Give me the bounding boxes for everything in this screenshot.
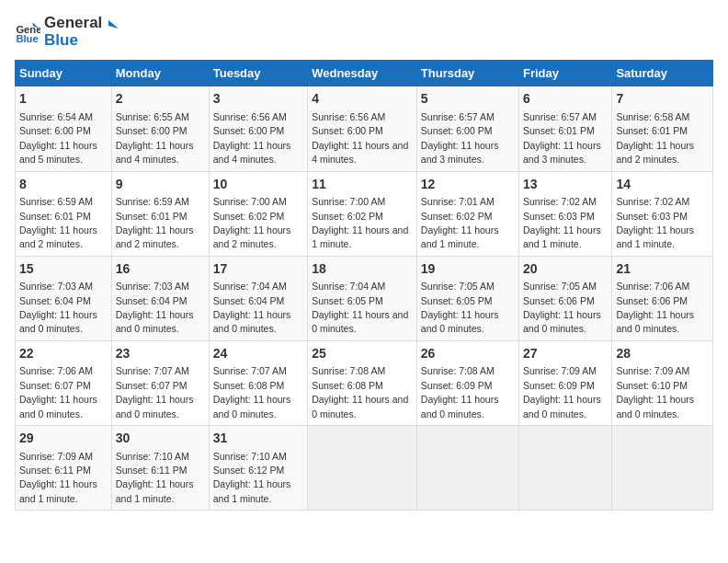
day-number: 27 <box>523 345 608 363</box>
sunrise-text: Sunrise: 7:04 AM <box>312 281 385 292</box>
sunset-text: Sunset: 6:08 PM <box>213 380 285 391</box>
sunrise-text: Sunrise: 6:58 AM <box>616 111 689 122</box>
logo-icon: General Blue <box>15 19 40 45</box>
sunset-text: Sunset: 6:01 PM <box>523 125 595 136</box>
daylight-text: Daylight: 11 hours and 2 minutes. <box>19 224 97 249</box>
daylight-text: Daylight: 11 hours and 1 minute. <box>116 478 194 503</box>
calendar-cell: 4Sunrise: 6:56 AMSunset: 6:00 PMDaylight… <box>308 86 417 171</box>
daylight-text: Daylight: 11 hours and 0 minutes. <box>421 309 499 334</box>
sunrise-text: Sunrise: 7:09 AM <box>523 365 597 376</box>
sunset-text: Sunset: 6:00 PM <box>19 125 91 136</box>
calendar-cell: 3Sunrise: 6:56 AMSunset: 6:00 PMDaylight… <box>209 86 307 171</box>
day-number: 25 <box>312 345 413 363</box>
calendar-cell <box>612 426 713 511</box>
day-number: 2 <box>116 90 205 109</box>
day-number: 18 <box>312 260 413 279</box>
calendar-cell: 10Sunrise: 7:00 AMSunset: 6:02 PMDayligh… <box>209 171 307 256</box>
sunset-text: Sunset: 6:00 PM <box>116 125 188 136</box>
calendar-week-row: 8Sunrise: 6:59 AMSunset: 6:01 PMDaylight… <box>16 171 713 256</box>
daylight-text: Daylight: 11 hours and 2 minutes. <box>213 224 291 249</box>
sunrise-text: Sunrise: 7:03 AM <box>19 281 93 292</box>
day-number: 8 <box>19 176 108 194</box>
calendar-week-row: 1Sunrise: 6:54 AMSunset: 6:00 PMDaylight… <box>16 86 713 171</box>
calendar-cell: 24Sunrise: 7:07 AMSunset: 6:08 PMDayligh… <box>209 340 307 425</box>
daylight-text: Daylight: 11 hours and 2 minutes. <box>116 224 194 249</box>
sunrise-text: Sunrise: 7:08 AM <box>421 365 495 376</box>
day-number: 1 <box>19 90 108 109</box>
daylight-text: Daylight: 11 hours and 0 minutes. <box>421 394 499 419</box>
calendar-cell: 29Sunrise: 7:09 AMSunset: 6:11 PMDayligh… <box>16 426 112 511</box>
daylight-text: Daylight: 11 hours and 4 minutes. <box>312 140 408 165</box>
day-number: 7 <box>616 90 709 109</box>
calendar-cell: 14Sunrise: 7:02 AMSunset: 6:03 PMDayligh… <box>612 171 713 256</box>
daylight-text: Daylight: 11 hours and 1 minute. <box>213 478 291 503</box>
sunrise-text: Sunrise: 7:01 AM <box>421 196 495 207</box>
svg-text:Blue: Blue <box>16 33 38 44</box>
sunset-text: Sunset: 6:04 PM <box>213 295 285 306</box>
daylight-text: Daylight: 11 hours and 0 minutes. <box>213 394 291 419</box>
daylight-text: Daylight: 11 hours and 0 minutes. <box>616 394 694 419</box>
day-number: 31 <box>213 430 303 448</box>
day-number: 12 <box>421 176 515 194</box>
daylight-text: Daylight: 11 hours and 0 minutes. <box>213 309 291 334</box>
daylight-text: Daylight: 11 hours and 0 minutes. <box>116 394 194 419</box>
calendar-cell: 13Sunrise: 7:02 AMSunset: 6:03 PMDayligh… <box>519 171 612 256</box>
calendar-cell: 25Sunrise: 7:08 AMSunset: 6:08 PMDayligh… <box>308 340 417 425</box>
calendar-week-row: 22Sunrise: 7:06 AMSunset: 6:07 PMDayligh… <box>16 340 713 425</box>
sunrise-text: Sunrise: 7:06 AM <box>616 281 689 292</box>
calendar-cell: 11Sunrise: 7:00 AMSunset: 6:02 PMDayligh… <box>308 171 417 256</box>
sunrise-text: Sunrise: 7:09 AM <box>19 451 93 462</box>
calendar-week-row: 29Sunrise: 7:09 AMSunset: 6:11 PMDayligh… <box>16 426 713 511</box>
sunset-text: Sunset: 6:12 PM <box>213 465 285 476</box>
day-number: 29 <box>19 430 108 448</box>
calendar-cell: 7Sunrise: 6:58 AMSunset: 6:01 PMDaylight… <box>612 86 713 171</box>
sunrise-text: Sunrise: 6:56 AM <box>312 111 385 122</box>
sunrise-text: Sunrise: 7:07 AM <box>116 365 189 376</box>
weekday-header: Wednesday <box>308 61 417 86</box>
sunset-text: Sunset: 6:11 PM <box>19 465 91 476</box>
day-number: 17 <box>213 260 303 279</box>
sunrise-text: Sunrise: 6:57 AM <box>421 111 495 122</box>
day-number: 6 <box>523 90 608 109</box>
sunrise-text: Sunrise: 6:54 AM <box>19 111 93 122</box>
calendar-cell <box>519 426 612 511</box>
daylight-text: Daylight: 11 hours and 0 minutes. <box>312 309 408 334</box>
calendar-cell: 8Sunrise: 6:59 AMSunset: 6:01 PMDaylight… <box>16 171 112 256</box>
sunset-text: Sunset: 6:05 PM <box>312 295 383 306</box>
calendar-cell: 31Sunrise: 7:10 AMSunset: 6:12 PMDayligh… <box>209 426 307 511</box>
calendar-cell: 23Sunrise: 7:07 AMSunset: 6:07 PMDayligh… <box>111 340 209 425</box>
sunrise-text: Sunrise: 7:07 AM <box>213 365 287 376</box>
calendar-header-row: SundayMondayTuesdayWednesdayThursdayFrid… <box>16 61 713 86</box>
calendar-cell: 1Sunrise: 6:54 AMSunset: 6:00 PMDaylight… <box>16 86 112 171</box>
sunset-text: Sunset: 6:02 PM <box>421 211 493 222</box>
daylight-text: Daylight: 11 hours and 4 minutes. <box>213 140 291 165</box>
sunset-text: Sunset: 6:01 PM <box>19 211 91 222</box>
sunset-text: Sunset: 6:08 PM <box>312 380 383 391</box>
calendar-cell: 18Sunrise: 7:04 AMSunset: 6:05 PMDayligh… <box>308 256 417 340</box>
daylight-text: Daylight: 11 hours and 0 minutes. <box>523 394 601 419</box>
day-number: 3 <box>213 90 303 109</box>
daylight-text: Daylight: 11 hours and 1 minute. <box>616 224 694 249</box>
weekday-header: Saturday <box>612 61 713 86</box>
calendar-cell: 22Sunrise: 7:06 AMSunset: 6:07 PMDayligh… <box>16 340 112 425</box>
sunset-text: Sunset: 6:02 PM <box>312 211 383 222</box>
day-number: 14 <box>616 176 709 194</box>
sunrise-text: Sunrise: 6:57 AM <box>523 111 597 122</box>
sunrise-text: Sunrise: 6:59 AM <box>116 196 189 207</box>
calendar-cell: 20Sunrise: 7:05 AMSunset: 6:06 PMDayligh… <box>519 256 612 340</box>
daylight-text: Daylight: 11 hours and 0 minutes. <box>19 309 97 334</box>
daylight-text: Daylight: 11 hours and 1 minute. <box>19 478 97 503</box>
calendar-cell: 9Sunrise: 6:59 AMSunset: 6:01 PMDaylight… <box>111 171 209 256</box>
sunrise-text: Sunrise: 7:02 AM <box>523 196 597 207</box>
daylight-text: Daylight: 11 hours and 2 minutes. <box>616 140 694 165</box>
day-number: 24 <box>213 345 303 363</box>
sunrise-text: Sunrise: 7:04 AM <box>213 281 287 292</box>
sunset-text: Sunset: 6:00 PM <box>312 125 383 136</box>
daylight-text: Daylight: 11 hours and 0 minutes. <box>116 309 194 334</box>
sunset-text: Sunset: 6:02 PM <box>213 211 285 222</box>
day-number: 10 <box>213 176 303 194</box>
day-number: 30 <box>116 430 205 448</box>
calendar-cell <box>416 426 518 511</box>
calendar-cell <box>308 426 417 511</box>
calendar-cell: 15Sunrise: 7:03 AMSunset: 6:04 PMDayligh… <box>16 256 112 340</box>
